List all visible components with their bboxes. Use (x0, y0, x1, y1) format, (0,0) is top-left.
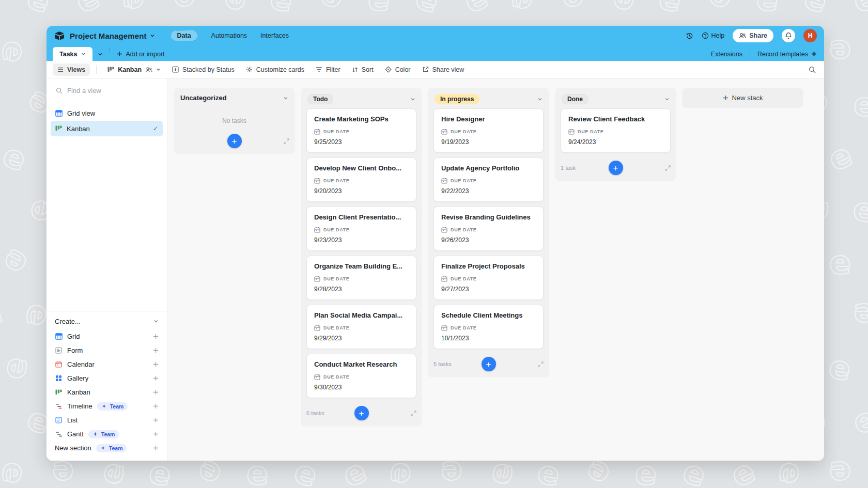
create-item-list[interactable]: List (55, 413, 159, 427)
card-title: Plan Social Media Campai... (314, 311, 409, 319)
help-button[interactable]: Help (702, 32, 725, 39)
plus-icon[interactable] (153, 361, 159, 367)
color-button[interactable]: Color (380, 64, 415, 76)
watermark-letter: e (0, 39, 35, 65)
team-badge: Team (88, 430, 119, 438)
due-date-value: 9/26/2023 (441, 237, 536, 244)
find-a-view-input[interactable]: Find a view (55, 85, 159, 101)
kanban-card[interactable]: Organize Team Building E...DUE DATE9/28/… (306, 256, 416, 300)
due-date-row: DUE DATE (441, 325, 536, 331)
kanban-card[interactable]: Conduct Market ResearchDUE DATE9/30/2023 (306, 354, 416, 398)
hamburger-icon (57, 67, 64, 73)
due-date-value: 9/24/2023 (568, 138, 663, 146)
sort-button[interactable]: Sort (347, 64, 378, 76)
due-date-row: DUE DATE (314, 178, 409, 184)
kanban-card[interactable]: Finalize Project ProposalsDUE DATE9/27/2… (433, 256, 544, 300)
table-tab-tasks[interactable]: Tasks (53, 47, 92, 61)
watermark-letter: e (854, 86, 868, 123)
stack-todo: TodoCreate Marketing SOPsDUE DATE9/25/20… (301, 88, 422, 426)
due-date-value: 9/22/2023 (441, 187, 536, 195)
kanban-card[interactable]: Hire DesignerDUE DATE9/19/2023 (433, 108, 544, 153)
sidebar-view-kanban[interactable]: Kanban✓ (51, 121, 163, 136)
search-button[interactable] (807, 64, 818, 75)
create-item-gantt[interactable]: GanttTeam (55, 427, 159, 441)
task-count: 6 tasks (306, 410, 324, 416)
expand-stack-icon[interactable] (665, 165, 671, 171)
create-section: Create... GridFormCalendarGalleryKanbanT… (47, 311, 167, 461)
create-item-timeline[interactable]: TimelineTeam (55, 399, 159, 413)
plus-icon[interactable] (153, 431, 159, 437)
due-date-value: 9/28/2023 (314, 286, 409, 293)
card-title: Create Marketing SOPs (314, 115, 409, 123)
create-item-form[interactable]: Form (55, 343, 159, 357)
watermark-letter: e (0, 84, 4, 125)
sidebar-view-grid-view[interactable]: Grid view (51, 105, 163, 121)
kanban-card[interactable]: Update Agency PortfolioDUE DATE9/22/2023 (433, 158, 544, 202)
add-card-button[interactable]: + (354, 406, 369, 420)
card-title: Revise Branding Guidelines (441, 213, 536, 221)
notifications-button[interactable] (782, 29, 795, 42)
plus-icon[interactable] (153, 417, 159, 423)
plus-icon[interactable] (153, 375, 159, 381)
plus-icon[interactable] (153, 445, 159, 451)
customize-cards-button[interactable]: Customize cards (241, 64, 309, 76)
add-card-button[interactable]: + (227, 134, 242, 148)
watermark-letter: e (0, 0, 1, 18)
tab-data[interactable]: Data (171, 30, 198, 41)
extensions-button[interactable]: Extensions (711, 51, 742, 58)
share-view-button[interactable]: Share view (417, 64, 469, 76)
stacked-by-button[interactable]: Stacked by Status (167, 64, 239, 76)
kanban-card[interactable]: Plan Social Media Campai...DUE DATE9/29/… (306, 305, 416, 349)
tab-interfaces[interactable]: Interfaces (260, 32, 289, 39)
watermark-letter: e (174, 0, 195, 18)
due-date-row: DUE DATE (441, 129, 536, 135)
add-or-import-button[interactable]: Add or import (112, 47, 170, 61)
expand-stack-icon[interactable] (538, 361, 544, 367)
create-item-grid[interactable]: Grid (55, 329, 159, 343)
filter-button[interactable]: Filter (311, 64, 345, 76)
record-templates-button[interactable]: Record templates (757, 51, 817, 58)
tab-automations[interactable]: Automations (211, 32, 247, 39)
expand-stack-icon[interactable] (284, 138, 289, 144)
base-title[interactable]: Project Management (70, 32, 147, 40)
kanban-card[interactable]: Review Client FeedbackDUE DATE9/24/2023 (561, 108, 671, 153)
kanban-card[interactable]: Create Marketing SOPsDUE DATE9/25/2023 (306, 108, 416, 153)
add-card-button[interactable]: + (609, 161, 623, 175)
create-item-label: New section (55, 444, 91, 452)
kanban-card[interactable]: Schedule Client MeetingsDUE DATE10/1/202… (433, 305, 544, 349)
kanban-card[interactable]: Design Client Presentatio...DUE DATE9/23… (306, 207, 416, 251)
share-button[interactable]: Share (733, 29, 773, 42)
plus-icon[interactable] (153, 334, 159, 339)
view-switcher-button[interactable]: Kanban (103, 64, 165, 76)
chevron-down-icon[interactable] (150, 33, 155, 38)
stack-menu-chevron-icon[interactable] (283, 96, 288, 101)
plus-icon[interactable] (153, 403, 159, 409)
plus-icon[interactable] (153, 348, 159, 353)
table-list-chevron[interactable] (92, 47, 108, 61)
calendar-icon (314, 227, 320, 233)
kanban-card[interactable]: Revise Branding GuidelinesDUE DATE9/26/2… (433, 207, 544, 251)
kanban-card[interactable]: Develop New Client Onbo...DUE DATE9/20/2… (306, 158, 416, 202)
history-icon[interactable] (686, 32, 693, 40)
stack-menu-chevron-icon[interactable] (537, 97, 542, 102)
create-item-new-section[interactable]: New sectionTeam (55, 441, 159, 455)
sort-icon (352, 67, 358, 73)
create-item-calendar[interactable]: Calendar (55, 357, 159, 371)
avatar[interactable]: H (803, 29, 817, 42)
expand-stack-icon[interactable] (411, 411, 416, 416)
plus-icon[interactable] (153, 389, 159, 395)
due-date-row: DUE DATE (314, 276, 409, 282)
stack-menu-chevron-icon[interactable] (410, 97, 415, 102)
search-icon (809, 66, 816, 73)
due-date-value: 9/29/2023 (314, 335, 409, 342)
create-item-gallery[interactable]: Gallery (55, 371, 159, 385)
new-stack-button[interactable]: New stack (683, 88, 803, 107)
stack-menu-chevron-icon[interactable] (664, 97, 670, 102)
kanban-view-icon (55, 389, 63, 396)
timeline-view-icon (55, 403, 63, 410)
create-section-header[interactable]: Create... (55, 317, 159, 329)
stack-in-progress: In progressHire DesignerDUE DATE9/19/202… (428, 88, 549, 376)
create-item-kanban[interactable]: Kanban (55, 385, 159, 399)
views-button[interactable]: Views (53, 64, 90, 76)
add-card-button[interactable]: + (482, 357, 496, 371)
